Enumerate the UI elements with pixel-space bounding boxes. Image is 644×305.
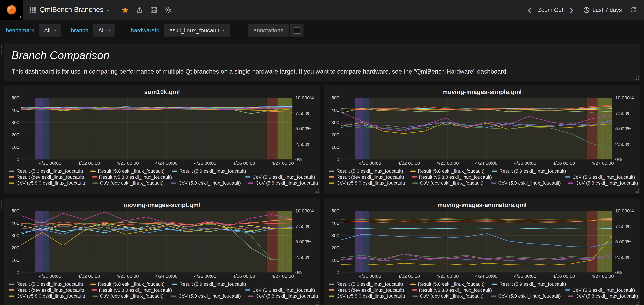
- y-axis-left-tick: 0: [337, 157, 339, 162]
- legend-marker-icon: [245, 289, 250, 290]
- legend-item[interactable]: CoV (5.8 eskil_linux_foucault): [568, 180, 638, 186]
- legend-item[interactable]: CoV (5.6 eskil_linux_foucault): [245, 174, 315, 180]
- legend-item[interactable]: Result (dev eskil_linux_foucault): [9, 174, 84, 180]
- legend-item[interactable]: Result (5.8 eskil_linux_foucault): [410, 281, 484, 287]
- panel-resize-handle[interactable]: [634, 189, 639, 193]
- legend-item[interactable]: Result (5.9 eskil_linux_foucault): [492, 168, 566, 174]
- time-shift-forward-button[interactable]: ❯: [568, 7, 574, 13]
- legend-item[interactable]: CoV (dev eskil_linux_foucault): [93, 293, 164, 299]
- legend-item[interactable]: CoV (v5.8.0 eskil_linux_foucault): [9, 293, 85, 299]
- legend-item[interactable]: Result (v5.8.0 eskil_linux_foucault): [92, 287, 172, 293]
- panel-title[interactable]: moving-images-simple.qml: [442, 88, 522, 95]
- variable-benchmark-select[interactable]: All ▾: [39, 24, 61, 37]
- panel-title[interactable]: sum10k.qml: [144, 88, 180, 95]
- legend-item[interactable]: Result (5.6 eskil_linux_foucault): [9, 281, 83, 287]
- legend-label: CoV (5.9 eskil_linux_foucault): [178, 180, 241, 186]
- navbar-right: ❮ Zoom Out ❯ Last 7 days: [527, 0, 644, 20]
- legend-marker-icon: [329, 283, 334, 285]
- y-axis-right-tick: 2.500%: [295, 142, 311, 146]
- legend-item[interactable]: CoV (5.6 eskil_linux_foucault): [565, 287, 635, 293]
- navbar-actions: [116, 0, 178, 20]
- plot-canvas[interactable]: [21, 98, 292, 159]
- legend-item[interactable]: CoV (5.9 eskil_linux_foucault): [491, 293, 561, 299]
- legend-label: CoV (5.6 eskil_linux_foucault): [252, 174, 315, 180]
- panel-resize-handle[interactable]: [634, 76, 639, 81]
- panel-resize-handle[interactable]: [314, 302, 319, 305]
- legend-item[interactable]: Result (v5.8.0 eskil_linux_foucault): [92, 174, 172, 180]
- settings-button[interactable]: [165, 6, 172, 14]
- legend-item[interactable]: CoV (5.8 eskil_linux_foucault): [568, 293, 638, 299]
- legend-item[interactable]: Result (5.8 eskil_linux_foucault): [90, 281, 164, 287]
- legend-item[interactable]: CoV (dev eskil_linux_foucault): [412, 293, 484, 299]
- panel-title[interactable]: moving-images-script.qml: [124, 201, 200, 208]
- plot[interactable]: [21, 211, 292, 272]
- plot[interactable]: [342, 211, 612, 272]
- share-button[interactable]: [136, 7, 143, 14]
- legend-label: Result (5.8 eskil_linux_foucault): [418, 168, 484, 174]
- zoom-out-button[interactable]: Zoom Out: [538, 7, 563, 13]
- legend-item[interactable]: CoV (v5.8.0 eskil_linux_foucault): [9, 180, 85, 186]
- legend-row: Result (5.6 eskil_linux_foucault)Result …: [9, 168, 315, 174]
- legend-item[interactable]: CoV (5.9 eskil_linux_foucault): [171, 293, 241, 299]
- legend-item[interactable]: Result (5.8 eskil_linux_foucault): [90, 168, 164, 174]
- plot-canvas[interactable]: [342, 98, 612, 159]
- legend-item[interactable]: CoV (5.9 eskil_linux_foucault): [491, 180, 561, 186]
- legend-item[interactable]: CoV (v5.8.0 eskil_linux_foucault): [329, 180, 405, 186]
- legend-item[interactable]: Result (5.9 eskil_linux_foucault): [172, 168, 246, 174]
- legend-item[interactable]: CoV (5.9 eskil_linux_foucault): [171, 180, 241, 186]
- y-axis-right-tick: 7.500%: [615, 224, 631, 229]
- legend-item[interactable]: Result (5.8 eskil_linux_foucault): [410, 168, 484, 174]
- legend-item[interactable]: CoV (dev eskil_linux_foucault): [412, 180, 484, 186]
- plot[interactable]: [21, 98, 292, 159]
- panel-title[interactable]: moving-images-animators.qml: [437, 201, 526, 208]
- variable-hardwareid-select[interactable]: eskil_linux_foucault ▾: [164, 24, 230, 37]
- plot-canvas[interactable]: [21, 211, 292, 272]
- save-button[interactable]: [150, 7, 157, 14]
- row-drag-handle[interactable]: [0, 44, 2, 55]
- legend-row: Result (5.6 eskil_linux_foucault)Result …: [329, 168, 635, 174]
- legend-item[interactable]: Result (5.6 eskil_linux_foucault): [9, 168, 83, 174]
- legend-item[interactable]: CoV (5.8 eskil_linux_foucault): [248, 293, 318, 299]
- annotations-checkbox[interactable]: [290, 24, 303, 37]
- plot-canvas[interactable]: [342, 211, 612, 272]
- panel-resize-handle[interactable]: [314, 189, 319, 193]
- legend-item[interactable]: Result (dev eskil_linux_foucault): [329, 174, 404, 180]
- legend-label: Result (v5.8.0 eskil_linux_foucault): [99, 287, 172, 293]
- panel-resize-handle[interactable]: [634, 302, 639, 305]
- variable-branch-select[interactable]: All ▾: [93, 24, 115, 37]
- chart-area: 5004003002001000 10.000%7.500%5.000%2.50…: [328, 211, 636, 272]
- x-axis-tick: 4/25 00:00: [194, 274, 216, 279]
- y-axis-left-tick: 100: [331, 258, 339, 262]
- legend-marker-icon: [329, 176, 334, 178]
- y-axis-left-tick: 0: [16, 157, 19, 162]
- refresh-button[interactable]: [630, 7, 636, 13]
- legend-marker-icon: [565, 176, 570, 178]
- time-picker-button[interactable]: Last 7 days: [584, 7, 622, 13]
- legend-label: Result (5.6 eskil_linux_foucault): [16, 168, 83, 174]
- grafana-menu-button[interactable]: ▾: [0, 0, 23, 20]
- legend-item[interactable]: Result (5.9 eskil_linux_foucault): [172, 281, 246, 287]
- time-shift-back-button[interactable]: ❮: [527, 7, 533, 13]
- legend-item[interactable]: Result (5.9 eskil_linux_foucault): [492, 281, 566, 287]
- plot[interactable]: [342, 98, 612, 159]
- y-axis-left-tick: 100: [12, 258, 19, 262]
- legend-item[interactable]: Result (dev eskil_linux_foucault): [9, 287, 84, 293]
- legend-item[interactable]: CoV (5.6 eskil_linux_foucault): [565, 174, 635, 180]
- star-button[interactable]: [122, 7, 128, 14]
- legend-item[interactable]: Result (5.6 eskil_linux_foucault): [329, 281, 403, 287]
- legend-item[interactable]: Result (v5.8.0 eskil_linux_foucault): [412, 287, 492, 293]
- dashboard-title-dropdown[interactable]: QmlBench Branches ▾: [23, 0, 116, 20]
- legend-item[interactable]: CoV (v5.8.0 eskil_linux_foucault): [329, 293, 405, 299]
- row-drag-handle[interactable]: [0, 200, 2, 211]
- y-axis-right-tick: 7.500%: [615, 111, 631, 116]
- legend-item[interactable]: CoV (5.8 eskil_linux_foucault): [248, 180, 318, 186]
- legend-label: CoV (dev eskil_linux_foucault): [100, 293, 164, 299]
- legend-item[interactable]: CoV (dev eskil_linux_foucault): [93, 180, 164, 186]
- y-axis-left-tick: 400: [331, 221, 339, 225]
- legend-label: CoV (5.9 eskil_linux_foucault): [498, 180, 561, 186]
- x-axis-tick: 4/22 00:00: [78, 161, 100, 166]
- legend-item[interactable]: Result (5.6 eskil_linux_foucault): [329, 168, 403, 174]
- legend-item[interactable]: CoV (5.6 eskil_linux_foucault): [245, 287, 315, 293]
- legend-item[interactable]: Result (dev eskil_linux_foucault): [329, 287, 404, 293]
- legend-item[interactable]: Result (v5.8.0 eskil_linux_foucault): [412, 174, 492, 180]
